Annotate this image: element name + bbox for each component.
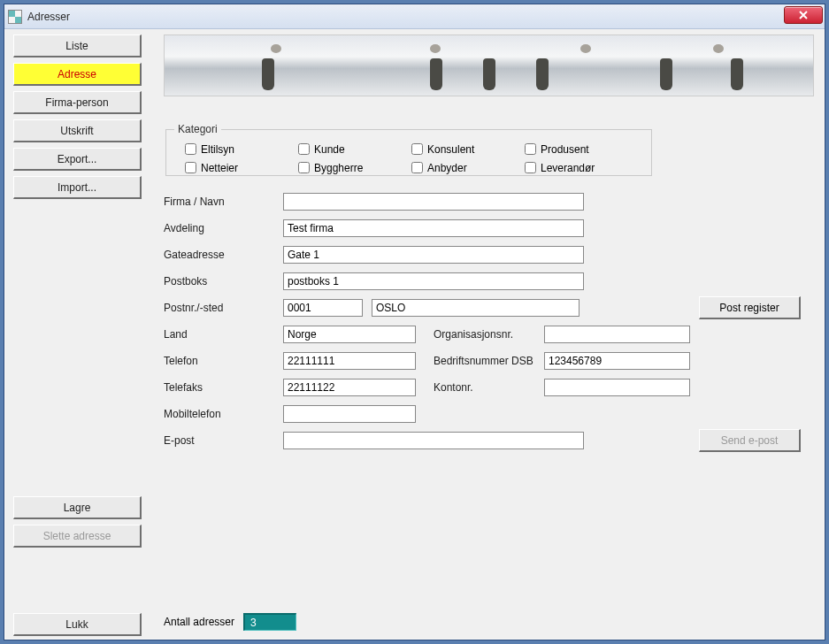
lagre-button[interactable]: Lagre <box>13 496 142 519</box>
nav-adresse[interactable]: Adresse <box>13 63 142 86</box>
label-land: Land <box>164 328 283 341</box>
checkbox-konsulent[interactable] <box>411 143 423 155</box>
kategori-kunde[interactable]: Kunde <box>295 141 408 157</box>
antall-adresser-count: 3 <box>243 613 296 631</box>
label-postnr: Postnr./-sted <box>164 302 283 314</box>
client-area: Liste Adresse Firma-person Utskrift Expo… <box>4 29 825 640</box>
postboks-input[interactable] <box>283 272 584 290</box>
nav-firma-person[interactable]: Firma-person <box>13 91 142 114</box>
footer: Antall adresser 3 <box>164 613 296 631</box>
gateadresse-input[interactable] <box>283 246 584 264</box>
land-input[interactable] <box>283 326 416 343</box>
sidebar: Liste Adresse Firma-person Utskrift Expo… <box>13 34 150 641</box>
kategori-netteier[interactable]: Netteier <box>181 159 295 176</box>
nav-utskrift[interactable]: Utskrift <box>13 119 142 142</box>
titlebar: Adresser <box>4 4 825 29</box>
label-telefon: Telefon <box>164 355 283 367</box>
kategori-legend: Kategori <box>174 123 221 135</box>
postnr-input[interactable] <box>283 299 363 317</box>
banner-image <box>164 34 814 96</box>
window: Adresser Liste Adresse Firma-person Utsk… <box>4 4 825 640</box>
close-icon <box>798 11 809 19</box>
kategori-anbyder[interactable]: Anbyder <box>408 159 521 176</box>
epost-input[interactable] <box>283 432 584 449</box>
app-icon <box>8 10 22 24</box>
kategori-eltilsyn[interactable]: Eltilsyn <box>181 141 295 157</box>
kategori-group: Kategori Eltilsyn Kunde Konsulent Produs… <box>165 123 652 176</box>
kategori-leverandor[interactable]: Leverandør <box>521 159 634 176</box>
lukk-button[interactable]: Lukk <box>13 613 142 636</box>
checkbox-leverandor[interactable] <box>525 162 536 173</box>
send-epost-button[interactable]: Send e-post <box>699 429 801 452</box>
label-mobil: Mobiltelefon <box>164 408 283 420</box>
kontonr-input[interactable] <box>544 379 690 396</box>
kategori-produsent[interactable]: Produsent <box>521 141 634 157</box>
checkbox-kunde[interactable] <box>298 143 310 155</box>
label-epost: E-post <box>164 434 283 447</box>
checkbox-produsent[interactable] <box>525 143 536 155</box>
post-register-button[interactable]: Post register <box>699 296 801 319</box>
label-telefaks: Telefaks <box>164 381 283 394</box>
mobil-input[interactable] <box>283 405 416 423</box>
telefon-input[interactable] <box>283 352 416 370</box>
nav-import[interactable]: Import... <box>13 176 142 199</box>
label-kontonr: Kontonr. <box>434 381 544 394</box>
bedriftsnr-input[interactable] <box>544 352 690 370</box>
checkbox-eltilsyn[interactable] <box>185 143 196 155</box>
checkbox-byggherre[interactable] <box>298 162 310 173</box>
firma-input[interactable] <box>283 193 584 211</box>
label-gateadresse: Gateadresse <box>164 249 283 261</box>
label-antall-adresser: Antall adresser <box>164 616 234 628</box>
label-postboks: Postboks <box>164 275 283 288</box>
address-form: Firma / Navn Avdeling Gateadresse Postbo… <box>164 188 801 454</box>
checkbox-netteier[interactable] <box>185 162 196 173</box>
poststed-input[interactable] <box>372 299 580 317</box>
kategori-konsulent[interactable]: Konsulent <box>408 141 521 157</box>
nav-liste[interactable]: Liste <box>13 34 142 58</box>
label-firma: Firma / Navn <box>164 196 283 208</box>
kategori-byggherre[interactable]: Byggherre <box>295 159 408 176</box>
slette-adresse-button[interactable]: Slette adresse <box>13 525 142 548</box>
close-button[interactable] <box>784 6 823 24</box>
label-avdeling: Avdeling <box>164 222 283 234</box>
orgnr-input[interactable] <box>544 326 690 343</box>
avdeling-input[interactable] <box>283 219 584 237</box>
checkbox-anbyder[interactable] <box>411 162 423 173</box>
nav-export[interactable]: Export... <box>13 148 142 171</box>
telefaks-input[interactable] <box>283 379 416 396</box>
label-bedriftsnr: Bedriftsnummer DSB <box>434 355 544 367</box>
window-title: Adresser <box>27 11 70 23</box>
label-orgnr: Organisasjonsnr. <box>434 328 544 341</box>
